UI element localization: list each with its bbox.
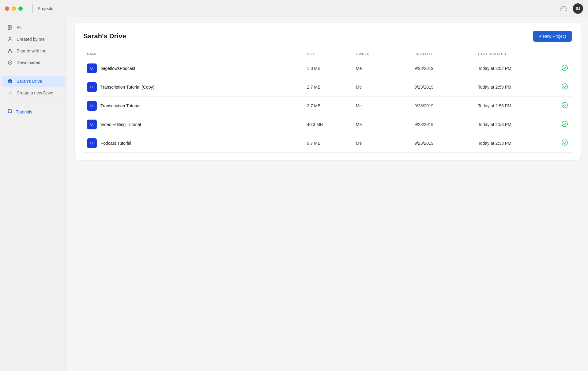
file-name: Transcription Tutorial (Copy) <box>100 85 154 90</box>
app-container: All Created by me Shared <box>0 17 588 371</box>
table-row[interactable]: UI Video Editing Tutorial 40.3 MB Me 9/2… <box>83 115 572 134</box>
sidebar-item-tutorials[interactable]: Tutorials <box>2 106 66 117</box>
titlebar-divider <box>32 4 33 13</box>
svg-text:UI: UI <box>9 80 11 83</box>
main-content: Sarah's Drive + New Project NAME SIZE OW… <box>67 17 588 371</box>
sidebar: All Created by me Shared <box>0 17 67 371</box>
table-row[interactable]: UI Transcription Tutorial (Copy) 2.7 MB … <box>83 78 572 97</box>
file-name-cell: UI pageflowsPodcast <box>87 63 300 73</box>
col-header-size: SIZE <box>303 49 352 59</box>
table-row[interactable]: UI Podcast Tutorial 9.7 MB Me 9/23/2019 … <box>83 134 572 153</box>
sidebar-create-drive-label: Create a new Drive <box>17 90 53 95</box>
sidebar-tutorials-label: Tutorials <box>16 109 32 114</box>
file-created: 9/23/2019 <box>411 134 474 153</box>
file-last-updated: Today at 3:02 PM <box>474 59 557 78</box>
file-owner: Me <box>352 134 411 153</box>
sidebar-item-all[interactable]: All <box>2 22 66 33</box>
sidebar-item-shared-label: Shared with me <box>17 48 46 53</box>
svg-point-18 <box>562 121 567 127</box>
cloud-icon[interactable] <box>559 4 568 13</box>
col-header-status <box>557 49 572 59</box>
synced-icon <box>561 103 568 110</box>
file-size: 9.7 MB <box>303 134 352 153</box>
file-name: pageflowsPodcast <box>100 66 135 71</box>
file-name-cell: UI Transcription Tutorial <box>87 101 300 111</box>
file-name: Podcast Tutorial <box>100 141 131 146</box>
avatar[interactable]: SJ <box>573 3 583 14</box>
file-name: Transcription Tutorial <box>100 103 140 108</box>
maximize-window-button[interactable] <box>18 6 23 11</box>
new-project-button[interactable]: + New Project <box>533 31 572 42</box>
svg-point-17 <box>562 102 567 108</box>
synced-icon <box>561 84 568 91</box>
synced-icon <box>561 122 568 128</box>
svg-point-10 <box>8 61 12 64</box>
titlebar: Projects SJ <box>0 0 588 17</box>
file-status <box>557 97 572 115</box>
file-created: 9/23/2019 <box>411 59 474 78</box>
file-table-body: UI pageflowsPodcast 1.3 MB Me 9/23/2019 … <box>83 59 572 153</box>
svg-line-9 <box>11 50 11 52</box>
sidebar-item-create-drive[interactable]: Create a new Drive <box>2 87 66 98</box>
check-circle-icon <box>7 60 13 65</box>
file-size: 2.7 MB <box>303 78 352 97</box>
file-name-cell: UI Video Editing Tutorial <box>87 120 300 129</box>
table-row[interactable]: UI pageflowsPodcast 1.3 MB Me 9/23/2019 … <box>83 59 572 78</box>
svg-point-16 <box>562 84 567 89</box>
sidebar-item-created-label: Created by me <box>17 37 45 42</box>
sidebar-item-downloaded-label: Downloaded <box>17 60 40 65</box>
file-status <box>557 78 572 97</box>
file-last-updated: Today at 2:55 PM <box>474 97 557 115</box>
file-status <box>557 59 572 78</box>
content-header: Sarah's Drive + New Project <box>83 31 572 42</box>
titlebar-title: Projects <box>38 6 53 11</box>
person-icon <box>7 36 13 42</box>
file-size: 1.3 MB <box>303 59 352 78</box>
file-last-updated: Today at 2:59 PM <box>474 78 557 97</box>
synced-icon <box>561 66 568 72</box>
file-created: 9/23/2019 <box>411 78 474 97</box>
file-name-cell: UI Transcription Tutorial (Copy) <box>87 82 300 92</box>
sidebar-divider <box>5 72 62 72</box>
file-last-updated: Today at 2:33 PM <box>474 134 557 153</box>
window-controls <box>5 6 23 11</box>
sidebar-item-shared-with-me[interactable]: Shared with me <box>2 45 66 56</box>
content-card: Sarah's Drive + New Project NAME SIZE OW… <box>75 23 581 160</box>
file-icon: UI <box>87 101 97 111</box>
synced-icon <box>561 140 568 147</box>
table-row[interactable]: UI Transcription Tutorial 2.7 MB Me 9/23… <box>83 97 572 115</box>
svg-line-8 <box>9 50 9 52</box>
document-icon <box>7 25 13 30</box>
close-window-button[interactable] <box>5 6 9 11</box>
file-created: 9/23/2019 <box>411 97 474 115</box>
titlebar-right: SJ <box>559 3 583 14</box>
file-icon: UI <box>87 82 97 92</box>
sidebar-item-drive-label: Sarah's Drive <box>17 79 42 84</box>
file-size: 2.7 MB <box>303 97 352 115</box>
svg-point-15 <box>562 65 567 71</box>
file-owner: Me <box>352 78 411 97</box>
drive-icon: UI <box>7 78 13 84</box>
col-header-owner: OWNER <box>352 49 411 59</box>
file-owner: Me <box>352 97 411 115</box>
col-header-created: CREATED <box>411 49 474 59</box>
sidebar-item-downloaded[interactable]: Downloaded <box>2 57 66 68</box>
drive-title: Sarah's Drive <box>83 32 126 40</box>
sidebar-item-all-label: All <box>17 25 21 30</box>
table-header: NAME SIZE OWNER CREATED LAST UPDATED <box>83 49 572 59</box>
sidebar-item-sarahs-drive[interactable]: UI Sarah's Drive <box>2 76 66 87</box>
bookmark-icon <box>7 109 12 115</box>
svg-point-4 <box>9 37 11 39</box>
file-icon: UI <box>87 120 97 129</box>
minimize-window-button[interactable] <box>12 6 16 11</box>
plus-icon <box>7 90 13 96</box>
file-table: NAME SIZE OWNER CREATED LAST UPDATED UI <box>83 49 572 153</box>
file-owner: Me <box>352 59 411 78</box>
svg-point-19 <box>562 140 567 145</box>
file-icon: UI <box>87 63 97 73</box>
col-header-last-updated[interactable]: LAST UPDATED <box>474 49 557 59</box>
sidebar-divider-2 <box>5 102 62 102</box>
sidebar-item-created-by-me[interactable]: Created by me <box>2 34 66 45</box>
file-last-updated: Today at 2:53 PM <box>474 115 557 134</box>
file-status <box>557 115 572 134</box>
